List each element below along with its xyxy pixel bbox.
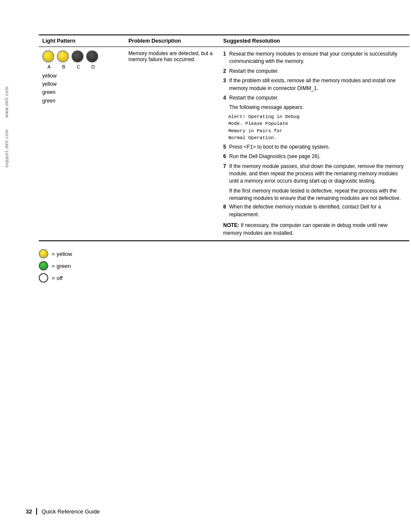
- step-4-continuation: The following message appears:: [229, 104, 406, 111]
- color-label-4: green: [42, 97, 121, 105]
- note-label: NOTE:: [223, 222, 239, 228]
- legend-off-label: = off: [52, 275, 62, 281]
- step-6-text: Run the Dell Diagnostics (see page 26).: [229, 153, 321, 160]
- step-6-num: 6: [223, 153, 229, 160]
- main-table: Light Pattern Problem Description Sugges…: [39, 34, 409, 241]
- problem-description: Memory modules are detected, but a memor…: [128, 50, 216, 62]
- label-d: D: [87, 64, 99, 69]
- col-header-problem: Problem Description: [125, 35, 220, 47]
- step-6: 6 Run the Dell Diagnostics (see page 26)…: [223, 153, 406, 160]
- resolution-cell: 1 Reseat the memory modules to ensure th…: [220, 47, 409, 241]
- legend-green-circle: [39, 261, 48, 271]
- step-2-text: Restart the computer.: [229, 68, 279, 75]
- label-c: C: [72, 64, 84, 69]
- step-4-text: Restart the computer.: [229, 94, 279, 102]
- step-8-num: 8: [223, 203, 229, 218]
- color-label-2: yellow: [42, 80, 121, 88]
- footer: 32 Quick Reference Guide: [26, 508, 100, 515]
- page: support.dell.com www.dell.com Light Patt…: [0, 0, 411, 532]
- step-8: 8 When the defective memory module is id…: [223, 203, 406, 218]
- step-1-num: 1: [223, 50, 229, 65]
- light-a: [42, 50, 54, 62]
- step-3-text: If the problem still exists, remove all …: [229, 77, 406, 92]
- light-b: [57, 50, 69, 62]
- legend-off: = off: [39, 273, 385, 283]
- step-5: 5 Press <F1> to boot to the operating sy…: [223, 143, 406, 151]
- step-7-text: If the memory module passes, shut down t…: [229, 163, 406, 185]
- note-text: If necessary, the computer can operate i…: [223, 222, 387, 236]
- step-7-continuation: If the first memory module tested is def…: [229, 187, 406, 202]
- label-a: A: [43, 64, 55, 69]
- table-row: A B C D yellow yellow green green Memory…: [39, 47, 409, 241]
- step-2: 2 Restart the computer.: [223, 68, 406, 75]
- step-4-monospace: Alert! Operating in Debug Mode. Please P…: [228, 113, 406, 142]
- step-5-text: Press <F1> to boot to the operating syst…: [229, 143, 330, 151]
- problem-cell: Memory modules are detected, but a memor…: [125, 47, 220, 241]
- footer-divider: [36, 508, 37, 515]
- col-header-light-pattern: Light Pattern: [39, 35, 125, 47]
- step-8-text: When the defective memory module is iden…: [229, 203, 406, 218]
- col-header-resolution: Suggested Resolution: [220, 35, 409, 47]
- color-labels: yellow yellow green green: [42, 72, 121, 105]
- color-label-3: green: [42, 88, 121, 96]
- legend-green-label: = green: [52, 263, 71, 269]
- step-7: 7 If the memory module passes, shut down…: [223, 163, 406, 185]
- legend-green: = green: [39, 261, 385, 271]
- legend-yellow-circle: [39, 249, 48, 258]
- labels-row: A B C D: [43, 64, 121, 69]
- light-pattern-cell: A B C D yellow yellow green green: [39, 47, 125, 241]
- step-2-num: 2: [223, 68, 229, 75]
- legend-yellow-label: = yellow: [52, 251, 72, 257]
- footer-title: Quick Reference Guide: [41, 508, 100, 515]
- footer-page-num: 32: [26, 508, 32, 515]
- note-block: NOTE: If necessary, the computer can ope…: [223, 222, 406, 237]
- step-1: 1 Reseat the memory modules to ensure th…: [223, 50, 406, 65]
- step-3-num: 3: [223, 77, 229, 92]
- step-7-num: 7: [223, 163, 229, 185]
- step-4-num: 4: [223, 94, 229, 102]
- legend-yellow: = yellow: [39, 249, 385, 258]
- color-label-1: yellow: [42, 72, 121, 80]
- side-watermark: support.dell.com www.dell.com: [4, 86, 9, 168]
- side-text-support: support.dell.com: [4, 129, 9, 168]
- legend-off-circle: [39, 273, 48, 283]
- light-c: [72, 50, 84, 62]
- step-1-text: Reseat the memory modules to ensure that…: [229, 50, 406, 65]
- lights-row: [42, 50, 121, 62]
- legend-section: = yellow = green = off: [39, 249, 385, 283]
- light-d: [86, 50, 98, 62]
- step-5-num: 5: [223, 143, 229, 151]
- side-text-www: www.dell.com: [4, 86, 9, 118]
- step-3: 3 If the problem still exists, remove al…: [223, 77, 406, 92]
- label-b: B: [58, 64, 70, 69]
- step-4: 4 Restart the computer.: [223, 94, 406, 102]
